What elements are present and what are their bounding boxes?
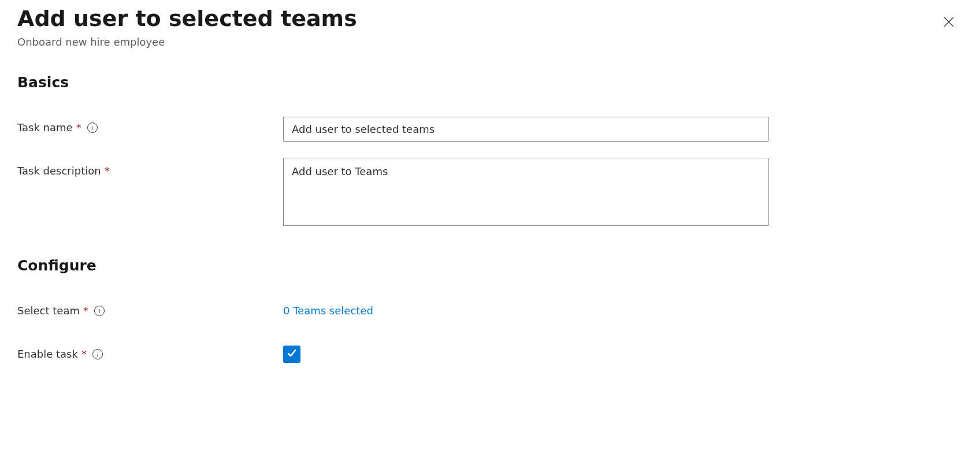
task-name-label: Task name bbox=[17, 121, 73, 133]
task-name-label-col: Task name * i bbox=[17, 117, 283, 133]
required-indicator: * bbox=[83, 305, 88, 317]
select-team-label-col: Select team * i bbox=[17, 300, 283, 317]
enable-task-label: Enable task bbox=[17, 348, 78, 360]
task-description-label-col: Task description * bbox=[17, 158, 283, 177]
required-indicator: * bbox=[81, 348, 87, 360]
select-team-label: Select team bbox=[17, 305, 80, 317]
task-description-label: Task description bbox=[17, 165, 101, 177]
close-icon bbox=[943, 16, 955, 29]
basics-heading: Basics bbox=[17, 74, 963, 91]
task-description-row: Task description * bbox=[17, 158, 963, 228]
info-icon[interactable]: i bbox=[94, 306, 105, 316]
enable-task-checkbox[interactable] bbox=[283, 346, 300, 363]
required-indicator: * bbox=[76, 121, 81, 133]
close-button[interactable] bbox=[940, 13, 958, 33]
page-subtitle: Onboard new hire employee bbox=[17, 36, 940, 48]
configure-heading: Configure bbox=[17, 257, 963, 274]
panel-header: Add user to selected teams Onboard new h… bbox=[17, 6, 963, 48]
enable-task-label-col: Enable task * i bbox=[17, 346, 283, 360]
task-description-input[interactable] bbox=[283, 158, 769, 226]
info-icon[interactable]: i bbox=[92, 349, 103, 359]
task-name-row: Task name * i bbox=[17, 117, 963, 142]
info-icon[interactable]: i bbox=[87, 123, 98, 133]
select-team-link[interactable]: 0 Teams selected bbox=[283, 300, 373, 317]
page-title: Add user to selected teams bbox=[17, 6, 940, 32]
required-indicator: * bbox=[105, 165, 110, 177]
check-icon bbox=[286, 347, 298, 361]
select-team-row: Select team * i 0 Teams selected bbox=[17, 300, 963, 317]
enable-task-row: Enable task * i bbox=[17, 346, 963, 363]
task-name-input[interactable] bbox=[283, 117, 769, 142]
